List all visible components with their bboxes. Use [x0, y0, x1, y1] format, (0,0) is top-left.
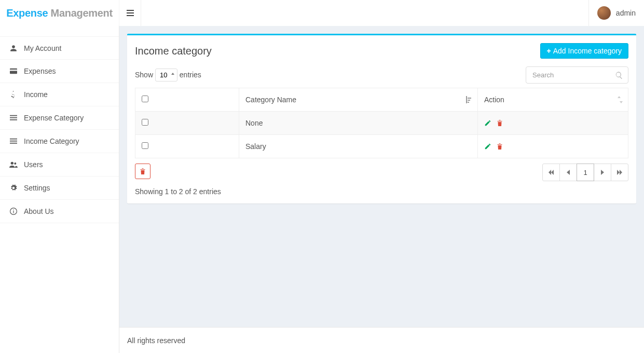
logo[interactable]: Expense Management — [0, 0, 119, 26]
sidebar-item-label: About Us — [24, 207, 54, 215]
footer: All rights reserved — [119, 327, 644, 353]
pagination-next[interactable] — [594, 164, 611, 181]
table-row: None — [135, 112, 628, 135]
pagination-first[interactable] — [542, 164, 560, 181]
sidebar-item-income-category[interactable]: Income Category — [0, 130, 119, 153]
pagination-prev[interactable] — [559, 164, 577, 181]
sidebar-item-my-account[interactable]: My Account — [0, 36, 119, 60]
svg-rect-0 — [10, 69, 17, 74]
sidebar-item-settings[interactable]: Settings — [0, 177, 119, 200]
navbar: admin — [119, 0, 644, 26]
sidebar-item-label: Users — [24, 160, 43, 169]
select-all-checkbox[interactable] — [142, 96, 148, 102]
sort-icon — [618, 96, 623, 103]
svg-rect-11 — [13, 211, 13, 213]
delete-button[interactable] — [497, 143, 503, 150]
gears-icon — [8, 184, 19, 192]
sidebar-item-label: Settings — [24, 184, 50, 192]
svg-rect-14 — [468, 102, 469, 103]
sidebar-item-label: Expenses — [24, 67, 56, 75]
pagination-page-1[interactable]: 1 — [577, 164, 594, 181]
add-income-category-button[interactable]: + Add Income category — [540, 43, 628, 59]
content-area: Income category + Add Income category Sh… — [119, 26, 644, 327]
table-footer: 1 — [135, 164, 628, 181]
svg-rect-3 — [10, 117, 17, 118]
column-header-action[interactable]: Action — [478, 88, 628, 112]
sidebar-item-income[interactable]: Income — [0, 83, 119, 106]
show-label-pre: Show — [135, 71, 153, 79]
sidebar-item-expense-category[interactable]: Expense Category — [0, 106, 119, 130]
logo-part2: Management — [51, 7, 113, 19]
svg-rect-7 — [10, 143, 17, 144]
entries-length-control: Show 10 entries — [135, 69, 201, 82]
sidebar-item-users[interactable]: Users — [0, 153, 119, 177]
panel-body: Show 10 entries — [127, 66, 636, 203]
search-wrap — [526, 66, 628, 84]
add-button-label: Add Income category — [553, 47, 622, 55]
sidebar-item-label: Income — [24, 90, 48, 99]
bulk-delete-button[interactable] — [135, 164, 150, 179]
table-row: Salary — [135, 135, 628, 158]
credit-card-icon — [8, 68, 19, 74]
user-icon — [8, 45, 19, 52]
header: Expense Management admin — [0, 0, 644, 26]
search-icon — [615, 71, 623, 79]
sidebar: My Account Expenses Income Expense Categ… — [0, 26, 119, 353]
delete-button[interactable] — [497, 119, 503, 127]
sidebar-item-label: Expense Category — [24, 114, 84, 122]
column-header-name-label: Category Name — [245, 96, 296, 104]
pagination-last[interactable] — [611, 164, 628, 181]
svg-rect-6 — [10, 141, 17, 142]
sidebar-toggle-button[interactable] — [119, 0, 141, 26]
user-menu[interactable]: admin — [588, 0, 644, 26]
sidebar-item-about-us[interactable]: About Us — [0, 200, 119, 223]
column-header-checkbox — [135, 88, 239, 112]
svg-rect-4 — [10, 119, 17, 120]
panel-header: Income category + Add Income category — [127, 35, 636, 66]
search-input[interactable] — [526, 66, 628, 84]
svg-rect-15 — [468, 100, 470, 101]
sidebar-item-expenses[interactable]: Expenses — [0, 60, 119, 83]
cell-category-name: Salary — [239, 135, 478, 158]
edit-button[interactable] — [484, 143, 491, 150]
column-header-name[interactable]: Category Name — [239, 88, 478, 112]
info-icon — [8, 208, 19, 215]
show-label-post: entries — [180, 71, 201, 79]
edit-button[interactable] — [484, 119, 491, 127]
svg-rect-5 — [10, 139, 17, 140]
list-icon — [8, 138, 19, 144]
entries-select[interactable]: 10 — [155, 69, 177, 82]
table-controls: Show 10 entries — [135, 66, 628, 84]
svg-rect-1 — [10, 70, 17, 71]
sort-asc-icon — [466, 96, 472, 103]
list-icon — [8, 115, 19, 121]
page-title: Income category — [135, 45, 212, 57]
column-header-action-label: Action — [484, 96, 504, 104]
showing-entries-label: Showing 1 to 2 of 2 entries — [135, 187, 628, 196]
row-checkbox[interactable] — [142, 142, 148, 149]
pagination: 1 — [543, 164, 628, 181]
dollar-icon — [8, 91, 19, 98]
svg-rect-16 — [468, 98, 471, 99]
svg-point-8 — [11, 162, 13, 165]
avatar — [597, 6, 611, 20]
panel: Income category + Add Income category Sh… — [127, 34, 636, 203]
logo-part1: Expense — [6, 7, 48, 19]
footer-text: All rights reserved — [127, 336, 185, 345]
cell-category-name: None — [239, 112, 478, 135]
hamburger-icon — [127, 12, 134, 13]
sidebar-item-label: Income Category — [24, 137, 79, 145]
username-label: admin — [616, 9, 636, 17]
svg-rect-12 — [13, 210, 13, 210]
data-table: Category Name Action — [135, 88, 628, 158]
sidebar-item-label: My Account — [24, 44, 61, 52]
row-checkbox[interactable] — [142, 119, 148, 126]
plus-icon: + — [547, 47, 551, 55]
svg-point-9 — [14, 162, 16, 165]
users-icon — [8, 161, 19, 168]
svg-rect-2 — [10, 115, 17, 116]
